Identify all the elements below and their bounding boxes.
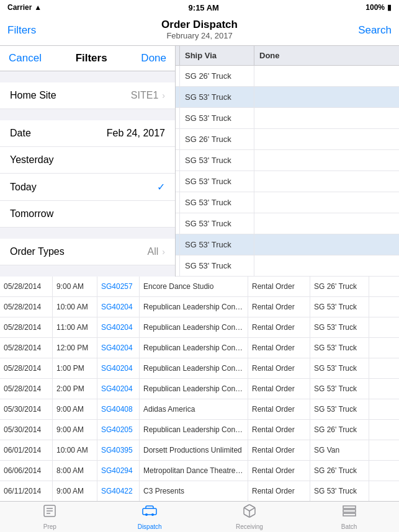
cell-done [254,129,285,149]
cell-date: 06/06/2014 [0,461,53,481]
cell-time: 2:00 PM [53,379,97,399]
filter-today-label: Today [10,182,37,193]
page-subtitle: February 24, 2017 [7,31,392,40]
main-area: Cancel Filters Done Home Site SITE1 › Da… [0,46,399,277]
cell-done [369,481,399,501]
cell-order-type: Rental Order [248,379,310,399]
status-bar-right: 100% ▮ [365,3,392,12]
cell-ship-via: SG Van [310,440,369,460]
filter-done-button[interactable]: Done [141,52,166,64]
cell-customer: Republican Leadership Confere... [140,379,248,399]
cell-ship-via: SG 26' Truck [180,66,254,86]
cell-date: 05/28/2014 [0,358,53,378]
tab-prep[interactable]: Prep [0,502,100,532]
tab-batch-label: Batch [341,523,357,530]
cell-customer: Encore Dance Studio [140,277,248,296]
full-table-row[interactable]: 05/28/2014 9:00 AM SG40257 Encore Dance … [0,277,399,297]
cell-ship-via: SG 26' Truck [310,461,369,481]
filter-order-types-row[interactable]: Order Types All › [0,239,175,265]
header-ship-via: Ship Via [180,46,254,65]
svg-rect-8 [343,506,356,508]
cell-ship-via: SG 53' Truck [180,255,254,276]
cell-date: 06/01/2014 [0,440,53,460]
cell-done [369,277,399,296]
full-table-row[interactable]: 05/30/2014 9:00 AM SG40205 Republican Le… [0,420,399,440]
full-table-row[interactable]: 05/28/2014 1:00 PM SG40204 Republican Le… [0,358,399,379]
filter-date-row[interactable]: Date Feb 24, 2017 [0,120,175,147]
cell-done [254,255,285,276]
filter-overlay: Cancel Filters Done Home Site SITE1 › Da… [0,46,176,277]
filter-tomorrow-label: Tomorrow [10,208,53,219]
cell-customer: Dorsett Productions Unlimited [140,440,248,460]
full-table-row[interactable]: 06/06/2014 8:00 AM SG40294 Metropolitan … [0,461,399,481]
cell-order-type: Rental Order [248,338,310,358]
cell-order-type: Rental Order [248,317,310,337]
full-table-row[interactable]: 06/11/2014 9:00 AM SG40422 C3 Presents R… [0,481,399,502]
filter-yesterday-row[interactable]: Yesterday [0,147,175,174]
full-table-row[interactable]: 05/28/2014 12:00 PM SG40204 Republican L… [0,338,399,358]
cell-ship-via: SG 53' Truck [310,338,369,358]
cell-date: 05/28/2014 [0,277,53,296]
nav-bar: Filters Order Dispatch February 24, 2017… [0,15,399,46]
cell-customer: Republican Leadership Confere... [140,420,248,440]
dispatch-icon [142,503,157,522]
full-table-row[interactable]: 05/28/2014 2:00 PM SG40204 Republican Le… [0,379,399,399]
cell-date: 06/11/2014 [0,481,53,501]
cell-time: 9:00 AM [53,277,97,296]
battery-icon: ▮ [387,3,392,12]
prep-icon [42,503,57,522]
full-table-row[interactable]: 06/01/2014 10:00 AM SG40395 Dorsett Prod… [0,440,399,461]
cell-time: 9:00 AM [53,420,97,440]
filter-spacer-4 [0,265,175,277]
filter-home-site-label: Home Site [10,90,56,101]
cell-date: 05/30/2014 [0,420,53,440]
full-rows-container: 05/28/2014 9:00 AM SG40257 Encore Dance … [0,277,399,502]
cell-customer: C3 Presents [140,481,248,501]
filter-home-site-row[interactable]: Home Site SITE1 › [0,82,175,109]
cell-order: SG40204 [97,297,140,317]
tab-prep-label: Prep [43,523,56,530]
cell-ship-via: SG 53' Truck [180,150,254,171]
cell-order-type: Rental Order [248,399,310,419]
cell-ship-via: SG 53' Truck [310,379,369,399]
cell-done [369,399,399,419]
filter-date-value: Feb 24, 2017 [107,128,165,139]
cell-order: SG40204 [97,338,140,358]
cell-order: SG40204 [97,317,140,337]
filters-button[interactable]: Filters [7,24,36,37]
cell-done [254,87,285,107]
full-table-row[interactable]: 05/30/2014 9:00 AM SG40408 Adidas Americ… [0,399,399,420]
nav-title: Order Dispatch February 24, 2017 [7,19,392,40]
cell-date: 05/28/2014 [0,297,53,317]
filter-today-row[interactable]: Today ✓ [0,174,175,201]
cell-customer: Republican Leadership Confere... [140,338,248,358]
filter-tomorrow-row[interactable]: Tomorrow [0,201,175,228]
cell-ship-via: SG 53' Truck [180,234,254,255]
cell-ship-via: SG 53' Truck [180,192,254,213]
filter-spacer-2 [0,109,175,120]
cell-done [254,108,285,128]
filter-title: Filters [76,52,107,64]
tab-dispatch[interactable]: Dispatch [100,502,200,532]
cell-order-type: Rental Order [248,358,310,378]
filter-cancel-button[interactable]: Cancel [9,52,42,64]
search-button[interactable]: Search [358,24,392,37]
tab-receiving[interactable]: Receiving [200,502,300,532]
cell-ship-via: SG 53' Truck [180,213,254,234]
full-table-row[interactable]: 05/28/2014 10:00 AM SG40204 Republican L… [0,297,399,317]
svg-rect-10 [343,513,356,516]
status-bar-time: 9:15 AM [189,3,219,12]
cell-time: 9:00 AM [53,399,97,419]
cell-order-type: Rental Order [248,481,310,501]
cell-done [369,379,399,399]
cell-done [369,461,399,481]
filter-date-label: Date [10,128,31,139]
filter-order-types-value: All › [148,246,165,257]
cell-done [369,317,399,337]
tab-batch[interactable]: Batch [299,502,399,532]
full-table-row[interactable]: 05/28/2014 11:00 AM SG40204 Republican L… [0,317,399,338]
batch-icon [342,503,357,522]
cell-order: SG40204 [97,358,140,378]
status-bar-left: Carrier ▲ [7,3,42,12]
cell-ship-via: SG 26' Truck [310,420,369,440]
